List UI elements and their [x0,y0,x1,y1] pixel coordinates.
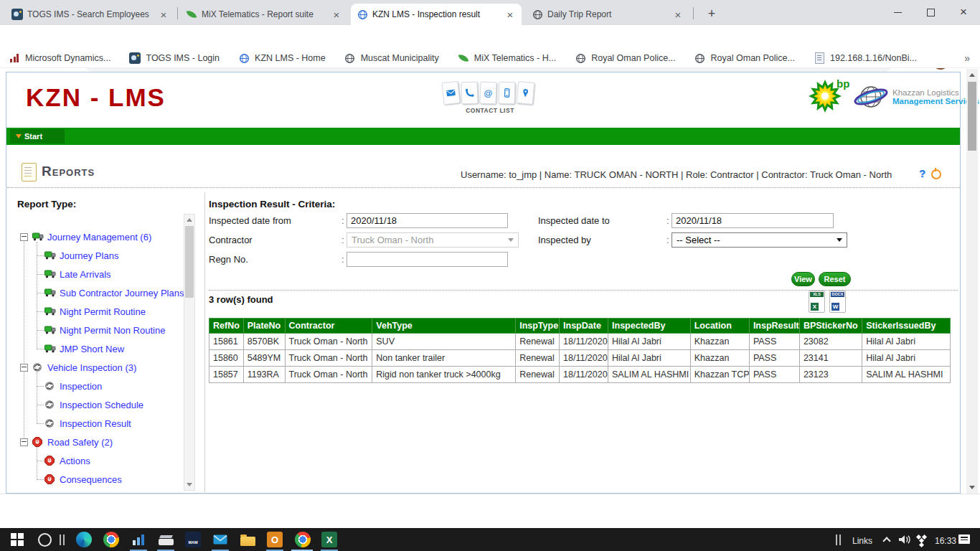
collapse-icon[interactable] [20,233,28,241]
tree-node-journey-management[interactable]: Journey Management (6) [20,230,151,243]
scroll-down-icon[interactable] [969,486,975,489]
edge-icon[interactable] [75,531,93,548]
tree-label[interactable]: Actions [60,456,90,466]
tab-togs-ims[interactable]: TOGS IMS - Search Employees × [6,4,175,25]
task-view-icon[interactable] [53,531,70,548]
date-to-input[interactable] [672,213,834,228]
tab-close-icon[interactable]: × [504,9,516,20]
scanner-icon[interactable] [157,531,174,548]
tree-scrollbar[interactable] [184,214,195,491]
bookmark-rop-1[interactable]: Royal Oman Police... [575,52,675,64]
scroll-down-icon[interactable] [187,483,192,486]
nav-start-menu[interactable]: Start [10,129,65,143]
tree-node-consequences[interactable]: Consequences [44,473,122,486]
tree-node-night-permit-routine[interactable]: Night Permit Routine [44,305,146,318]
scroll-up-icon[interactable] [969,73,975,77]
table-row[interactable]: 15857 1193RA Truck Oman - North Rigid no… [209,367,951,383]
tab-daily-trip-report[interactable]: Daily Trip Report × [526,4,689,25]
bookmarks-overflow-icon[interactable]: » [964,52,970,64]
file-explorer-icon[interactable] [239,531,256,548]
mam-app-icon[interactable]: MAM [184,531,202,548]
colon: : [341,215,344,226]
location-pin-icon[interactable] [517,81,535,105]
date-from-input[interactable] [347,213,508,228]
clock[interactable]: 16:33 [935,536,956,546]
window-minimize-button[interactable] [881,0,914,24]
tree-node-actions[interactable]: Actions [44,454,90,467]
reset-button[interactable]: Reset [819,272,851,286]
bookmark-togs-ims[interactable]: TOGS IMS - Login [129,52,220,64]
at-icon[interactable]: @ [479,82,496,105]
table-row[interactable]: 15861 8570BK Truck Oman - North SUV Rene… [209,334,951,350]
tree-label[interactable]: Inspection Schedule [60,400,143,410]
chrome-icon[interactable] [103,531,120,548]
tab-close-icon[interactable]: × [331,9,342,20]
email-icon[interactable] [441,81,460,105]
tree-label[interactable]: Night Permit Non Routine [60,325,165,336]
help-icon[interactable]: ? [919,167,925,179]
tree-label[interactable]: Journey Management (6) [47,232,151,242]
tab-mix-telematics[interactable]: MiX Telematics - Report suite × [180,4,348,25]
tree-label[interactable]: Late Arrivals [60,269,111,280]
scroll-up-icon[interactable] [187,218,192,222]
links-toolbar-label[interactable]: Links [852,536,872,546]
page-scrollbar[interactable] [966,69,978,494]
tree-label[interactable]: Night Permit Routine [60,306,146,317]
tree-label[interactable]: Consequences [60,474,122,485]
bookmark-kzn-lms[interactable]: KZN LMS - Home [238,52,326,64]
export-xls-icon[interactable]: XLS X [809,291,825,313]
tab-kzn-lms-active[interactable]: KZN LMS - Inspection result × [351,4,522,25]
phone-icon[interactable] [461,82,478,105]
mobile-icon[interactable] [498,82,515,105]
view-button[interactable]: View [791,272,815,286]
tree-node-inspection-result[interactable]: Inspection Result [44,417,131,430]
tab-close-icon[interactable]: × [672,9,684,20]
bookmark-muscat-municipality[interactable]: Muscat Municipality [344,52,439,64]
tree-label[interactable]: Sub Contractor Journey Plans [60,288,184,298]
window-restore-button[interactable] [914,0,947,24]
export-docx-icon[interactable]: DOCX W [829,291,846,313]
excel-icon[interactable]: X [321,531,338,548]
tree-node-inspection[interactable]: Inspection [44,380,102,392]
tree-node-jmp-short-new[interactable]: JMP Short New [44,342,124,355]
tree-node-road-safety[interactable]: Road Safety (2) [20,435,113,448]
collapse-icon[interactable] [20,364,28,372]
outlook-icon[interactable]: O [266,531,283,548]
bookmark-rop-2[interactable]: Royal Oman Police... [694,52,795,64]
bookmark-mix-telematics[interactable]: MiX Telematics - H... [458,52,556,64]
table-row[interactable]: 15860 5489YM Truck Oman - North Non tank… [209,350,951,367]
collapse-icon[interactable] [20,438,28,446]
tree-label[interactable]: Inspection Result [60,418,131,429]
dynamics-icon[interactable] [130,531,147,548]
window-close-button[interactable]: × [947,0,980,24]
contact-list[interactable]: @ CONTACT LIST [443,82,537,114]
col-header-inspectedby: InspectedBy [608,319,691,334]
tree-node-late-arrivals[interactable]: Late Arrivals [44,268,111,281]
tree-node-night-permit-non-routine[interactable]: Night Permit Non Routine [44,324,165,336]
volume-icon[interactable] [898,534,911,547]
scrollbar-thumb[interactable] [185,226,194,298]
cortana-icon[interactable] [36,531,53,548]
mail-icon[interactable] [212,531,229,548]
bookmark-nonbi[interactable]: 192.168.1.16/NonBi... [814,52,917,64]
tree-label[interactable]: Vehicle Inspection (3) [47,362,136,373]
start-menu-icon[interactable] [9,531,26,548]
scrollbar-thumb[interactable] [968,82,976,151]
tree-label[interactable]: Road Safety (2) [47,437,113,448]
tree-node-inspection-schedule[interactable]: Inspection Schedule [44,398,143,411]
tree-label[interactable]: JMP Short New [60,344,124,354]
inspected-by-select[interactable]: -- Select -- [672,232,847,248]
logout-icon[interactable] [931,169,941,179]
tree-label[interactable]: Journey Plans [60,250,118,261]
action-center-icon[interactable] [958,534,970,544]
tree-label[interactable]: Inspection [60,381,102,392]
tab-close-icon[interactable]: × [158,9,169,20]
new-tab-button[interactable]: + [703,6,720,23]
bookmark-microsoft-dynamics[interactable]: Microsoft Dynamics... [9,52,110,64]
regn-no-input[interactable] [347,252,508,267]
tree-node-vehicle-inspection[interactable]: Vehicle Inspection (3) [20,361,136,374]
tree-node-journey-plans[interactable]: Journey Plans [44,249,118,262]
chrome-active-icon[interactable] [294,531,311,548]
bookmark-label: Microsoft Dynamics... [25,53,110,63]
tree-node-sub-contractor-journey-plans[interactable]: Sub Contractor Journey Plans [44,286,184,299]
